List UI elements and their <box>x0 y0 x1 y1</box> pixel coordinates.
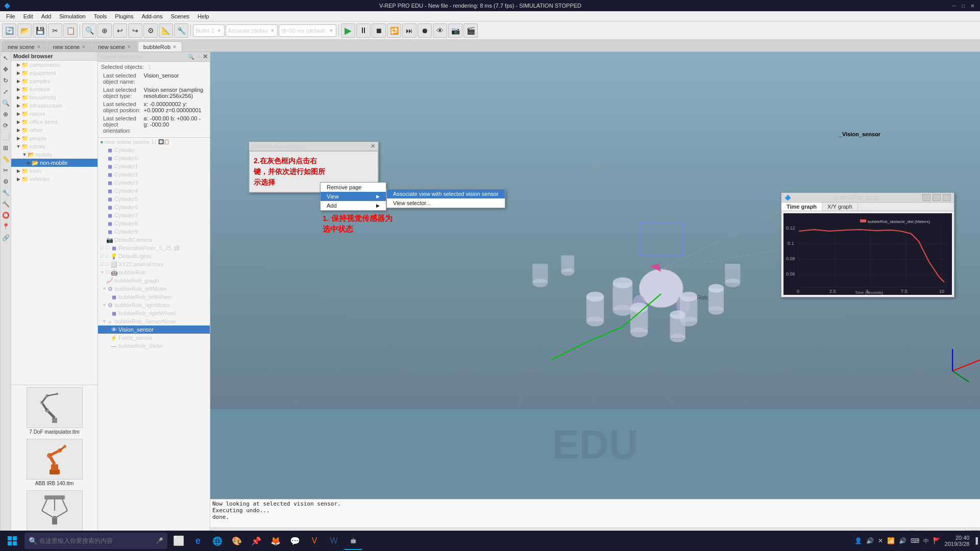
tool-6[interactable]: ⊕ <box>1 109 11 119</box>
context-remove-page[interactable]: Remove page <box>321 183 386 192</box>
eye-button[interactable]: 👁 <box>433 23 447 38</box>
si-cylinder2[interactable]: ◼ Cylinder2 <box>98 170 210 179</box>
tree-item-nature[interactable]: ▶ 📁 nature <box>11 110 97 118</box>
floor-checkbox2[interactable]: ☑ <box>105 245 109 251</box>
menu-tools[interactable]: Tools <box>90 12 111 20</box>
tool-select[interactable]: ↖ <box>1 53 11 63</box>
tool-17[interactable]: 🔗 <box>1 233 11 243</box>
si-cylinder1[interactable]: ◼ Cylinder1 <box>98 162 210 170</box>
taskbar-search-input[interactable] <box>39 537 154 544</box>
si-rightwheel[interactable]: ◼ bubbleRob_rightWheel <box>98 309 210 317</box>
si-cylinder[interactable]: ◼ Cylinder <box>98 146 210 154</box>
lmotor-expand[interactable]: ▼ <box>102 286 107 291</box>
si-cylinder7[interactable]: ◼ Cylinder7 <box>98 211 210 219</box>
stop-button[interactable]: ⏹ <box>372 23 386 38</box>
menu-addons[interactable]: Add-ons <box>137 12 166 20</box>
toolbar-btn-9[interactable]: ↪ <box>128 23 142 38</box>
minimize-button[interactable]: ─ <box>950 2 958 9</box>
graph-tab-time[interactable]: Time graph <box>781 203 822 211</box>
si-vision-sensor[interactable]: 👁 Vision_sensor <box>98 325 210 334</box>
si-cylinder8[interactable]: ◼ Cylinder8 <box>98 219 210 228</box>
tool-16[interactable]: 📍 <box>1 221 11 232</box>
taskbar-clock[interactable]: 20:40 2019/3/28 <box>945 535 970 547</box>
model-item-abb140[interactable]: ABB IRB 140.ttm <box>11 437 97 488</box>
taskbar-taskview[interactable]: ⬜ <box>169 532 188 550</box>
si-force-sensor[interactable]: ⚡ Force_sensor <box>98 334 210 342</box>
accuracy-dropdown[interactable]: Accurate (defau ▼ <box>226 24 278 37</box>
maximize-button[interactable]: □ <box>960 2 967 9</box>
model-item-7dof[interactable]: 7 DoF manipulator.ttm <box>11 385 97 437</box>
si-floor[interactable]: ☑ ☑ ◼ ResizableFloor_5_25 ⬜ <box>98 244 210 252</box>
loop-button[interactable]: 🔁 <box>387 23 401 38</box>
graph-maximize[interactable]: □ <box>933 194 941 201</box>
taskbar-ie[interactable]: e <box>189 532 207 550</box>
tool-scale[interactable]: ⤢ <box>1 87 11 97</box>
taskbar-edge[interactable]: 🌐 <box>208 532 227 550</box>
tool-15[interactable]: ⭕ <box>1 210 11 220</box>
tree-item-other[interactable]: ▶ 📁 other <box>11 126 97 134</box>
tab-bubbleRob[interactable]: bubbleRob ✕ <box>138 41 182 52</box>
toolbar-btn-7[interactable]: ⊕ <box>97 23 112 38</box>
graph-minimize[interactable]: ─ <box>922 194 930 201</box>
scene-settings-btn[interactable]: ⚙ <box>196 54 201 60</box>
toolbar-btn-5[interactable]: 📋 <box>63 23 78 38</box>
scene-root[interactable]: ● new scene (scene 1) 🔲 📋 <box>98 138 210 146</box>
si-leftmotor[interactable]: ▼ ⚙ bubbleRob_leftMotor <box>98 285 210 293</box>
tree-item-officeitems[interactable]: ▶ 📁 office items <box>11 118 97 126</box>
tree-item-mobile[interactable]: ▼ 📂 mobile <box>11 151 97 159</box>
taskbar-app7[interactable]: V <box>305 532 324 550</box>
menu-help[interactable]: Help <box>193 12 213 20</box>
taskbar-app5[interactable]: 🦊 <box>266 532 285 550</box>
dt-dropdown[interactable]: dt=50 ms (default: ▼ <box>279 24 336 37</box>
tree-item-furniture[interactable]: ▶ 📁 furniture <box>11 85 97 93</box>
tab-newscene3[interactable]: new scene ✕ <box>92 41 137 52</box>
record-button[interactable]: ⏺ <box>418 23 432 38</box>
taskbar-app4[interactable]: 📌 <box>247 532 265 550</box>
scene-hierarchy-close[interactable]: ✕ <box>203 53 208 60</box>
lights-checkbox[interactable]: ☑ <box>100 254 104 259</box>
context-view[interactable]: View ▶ <box>321 192 386 201</box>
graph-close[interactable]: ✕ <box>943 194 951 201</box>
tab-newscene2[interactable]: new scene ✕ <box>47 41 92 52</box>
tool-13[interactable]: 🔧 <box>1 188 11 198</box>
graph-tab-xy[interactable]: X/Y graph <box>822 203 858 211</box>
si-cylinder3[interactable]: ◼ Cylinder3 <box>98 179 210 187</box>
si-cylinder9[interactable]: ◼ Cylinder9 <box>98 228 210 236</box>
close-button[interactable]: ✕ <box>969 2 976 9</box>
tool-5[interactable]: 🔍 <box>1 98 11 108</box>
main-viewport[interactable]: oleRob_ <box>210 52 980 499</box>
toolbar-btn-2[interactable]: 📂 <box>17 23 32 38</box>
si-defaultlights[interactable]: ☑ ☑ 💡 DefaultLights <box>98 252 210 260</box>
si-defaultcamera[interactable]: 📷 DefaultCamera <box>98 236 210 244</box>
si-cylinder0[interactable]: ◼ Cylinder0 <box>98 154 210 162</box>
play-button[interactable]: ▶ <box>341 23 355 38</box>
tree-item-samples[interactable]: ▶ 📁 samples <box>11 77 97 85</box>
si-cylinder5[interactable]: ◼ Cylinder5 <box>98 195 210 203</box>
floor-checkbox[interactable]: ☑ <box>100 245 104 251</box>
robot-expand[interactable]: ▼ <box>100 270 105 275</box>
nose-expand[interactable]: ▼ <box>102 319 107 324</box>
tab-newscene1[interactable]: new scene ✕ <box>2 41 46 52</box>
si-slider[interactable]: — bubbleRob_Slider <box>98 342 210 350</box>
toolbar-btn-8[interactable]: ↩ <box>113 23 127 38</box>
taskbar-word[interactable]: W <box>325 532 343 550</box>
menu-simulation[interactable]: Simulation <box>55 12 89 20</box>
menu-scenes[interactable]: Scenes <box>166 12 193 20</box>
submenu-view-selector[interactable]: View selector... <box>387 198 505 208</box>
proxy-checkbox[interactable]: ☑ <box>100 262 104 267</box>
si-bubblerob[interactable]: ▼ ☑ 🤖 bubbleRob <box>98 268 210 277</box>
taskbar-show-desktop[interactable]: ▐ <box>973 537 978 544</box>
tool-14[interactable]: 🔨 <box>1 199 11 209</box>
toolbar-btn-12[interactable]: 🔧 <box>174 23 188 38</box>
si-leftwheel[interactable]: ◼ bubbleRob_leftWheel <box>98 293 210 301</box>
physics-engine-dropdown[interactable]: Bullet 2 ▼ <box>193 24 225 37</box>
tree-item-people[interactable]: ▶ 📁 people <box>11 134 97 142</box>
tree-item-non-mobile[interactable]: ▶ 📂 non-mobile <box>11 159 97 167</box>
rmotor-expand[interactable]: ▼ <box>102 303 107 308</box>
toolbar-btn-10[interactable]: ⚙ <box>143 23 158 38</box>
context-add[interactable]: Add ▶ <box>321 201 386 210</box>
tool-9[interactable]: ⊞ <box>1 143 11 153</box>
toolbar-btn-4[interactable]: ✂ <box>48 23 62 38</box>
toolbar-btn-11[interactable]: 📐 <box>159 23 173 38</box>
robot-checkbox[interactable]: ☑ <box>106 270 110 275</box>
